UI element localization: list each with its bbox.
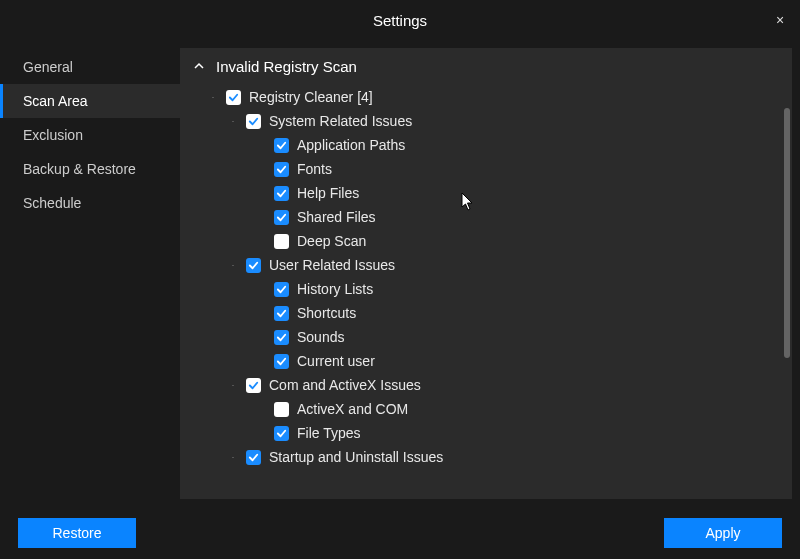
tree-node-label: Registry Cleaner [4] [249,89,373,105]
checkbox[interactable] [274,234,289,249]
checkbox[interactable] [274,306,289,321]
titlebar: Settings × [0,0,800,40]
tree-node-label: System Related Issues [269,113,412,129]
expander-icon[interactable]: · [228,452,238,462]
checkbox[interactable] [274,354,289,369]
sidebar-item-label: Scan Area [23,93,88,109]
tree-node-label: Shared Files [297,209,376,225]
expander-icon[interactable]: · [228,260,238,270]
tree-node[interactable]: ·System Related Issues [198,109,774,133]
tree-node[interactable]: Deep Scan [198,229,774,253]
window-title: Settings [373,12,427,29]
checkbox[interactable] [274,138,289,153]
close-icon: × [776,12,784,28]
sidebar-item-exclusion[interactable]: Exclusion [0,118,180,152]
tree-node[interactable]: Shared Files [198,205,774,229]
close-button[interactable]: × [768,8,792,32]
scrollbar-thumb[interactable] [784,108,790,358]
checkbox[interactable] [246,450,261,465]
sidebar-item-backup-restore[interactable]: Backup & Restore [0,152,180,186]
apply-button[interactable]: Apply [664,518,782,548]
checkbox[interactable] [274,426,289,441]
tree-node[interactable]: ·Com and ActiveX Issues [198,373,774,397]
tree-node-label: Com and ActiveX Issues [269,377,421,393]
checkbox[interactable] [246,258,261,273]
tree-node-label: Deep Scan [297,233,366,249]
sidebar-item-label: General [23,59,73,75]
tree-node-label: File Types [297,425,361,441]
tree-node[interactable]: File Types [198,421,774,445]
expander-icon[interactable]: · [228,116,238,126]
tree-node-label: Help Files [297,185,359,201]
tree-node[interactable]: Shortcuts [198,301,774,325]
tree-node[interactable]: Application Paths [198,133,774,157]
sidebar-item-label: Exclusion [23,127,83,143]
sidebar-item-scan-area[interactable]: Scan Area [0,84,180,118]
checkbox[interactable] [274,186,289,201]
sidebar-item-label: Schedule [23,195,81,211]
checkbox[interactable] [226,90,241,105]
section-title: Invalid Registry Scan [216,58,357,75]
tree-node[interactable]: ActiveX and COM [198,397,774,421]
tree-node-label: Fonts [297,161,332,177]
checkbox[interactable] [274,330,289,345]
restore-button-label: Restore [52,525,101,541]
checkbox[interactable] [274,402,289,417]
checkbox[interactable] [246,114,261,129]
tree-node-label: Startup and Uninstall Issues [269,449,443,465]
checkbox[interactable] [274,210,289,225]
expander-icon[interactable]: · [228,380,238,390]
tree-node-label: User Related Issues [269,257,395,273]
tree-node[interactable]: ·Registry Cleaner [4] [198,85,774,109]
section-header[interactable]: Invalid Registry Scan [180,48,792,85]
tree-node-label: Sounds [297,329,344,345]
tree-node-label: History Lists [297,281,373,297]
tree-node[interactable]: ·Startup and Uninstall Issues [198,445,774,469]
checkbox[interactable] [274,162,289,177]
sidebar-item-schedule[interactable]: Schedule [0,186,180,220]
tree-node-label: Current user [297,353,375,369]
sidebar-item-general[interactable]: General [0,50,180,84]
sidebar: GeneralScan AreaExclusionBackup & Restor… [0,40,180,499]
checkbox[interactable] [246,378,261,393]
checkbox[interactable] [274,282,289,297]
tree-node[interactable]: ·User Related Issues [198,253,774,277]
tree-node[interactable]: Sounds [198,325,774,349]
tree-node[interactable]: Current user [198,349,774,373]
restore-button[interactable]: Restore [18,518,136,548]
tree: ·Registry Cleaner [4]·System Related Iss… [180,85,792,485]
tree-node[interactable]: History Lists [198,277,774,301]
footer: Restore Apply [0,507,800,559]
expander-icon[interactable]: · [208,92,218,102]
chevron-up-icon [194,60,204,74]
tree-node-label: Shortcuts [297,305,356,321]
tree-node-label: ActiveX and COM [297,401,408,417]
apply-button-label: Apply [705,525,740,541]
content-panel: Invalid Registry Scan ·Registry Cleaner … [180,48,792,499]
sidebar-item-label: Backup & Restore [23,161,136,177]
tree-node[interactable]: Help Files [198,181,774,205]
tree-node-label: Application Paths [297,137,405,153]
tree-node[interactable]: Fonts [198,157,774,181]
